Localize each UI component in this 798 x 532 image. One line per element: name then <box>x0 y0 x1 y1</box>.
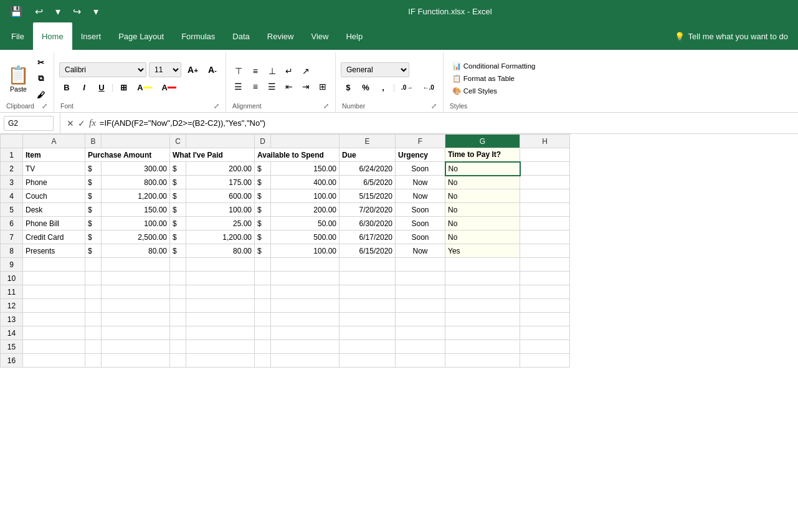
cell-empty-9-1[interactable] <box>85 258 102 272</box>
cell-C6[interactable]: 25.00 <box>186 217 255 230</box>
cell-G5[interactable]: No <box>445 203 520 217</box>
font-expand[interactable]: ⤢ <box>214 102 219 110</box>
cell-empty-11-10[interactable] <box>520 285 570 299</box>
cell-empty-13-8[interactable] <box>396 313 445 326</box>
cell-empty-12-8[interactable] <box>396 299 445 313</box>
col-header-C[interactable]: C <box>170 135 186 148</box>
wrap-text-button[interactable]: ↵ <box>282 64 297 78</box>
cell-F3[interactable]: Now <box>396 176 445 189</box>
conditional-formatting-button[interactable]: 📊 Conditional Formatting <box>449 60 539 72</box>
cell-row1-6[interactable]: Time to Pay It? <box>445 148 520 162</box>
cell-B-sign-3[interactable]: $ <box>85 176 102 189</box>
cell-empty-9-8[interactable] <box>396 258 445 272</box>
cell-C-sign-7[interactable]: $ <box>170 230 186 244</box>
increase-font-button[interactable]: A+ <box>184 62 202 77</box>
dollar-button[interactable]: $ <box>341 80 356 95</box>
cell-reference-box[interactable]: G2 <box>4 116 54 131</box>
cell-empty-14-6[interactable] <box>271 326 340 340</box>
cell-empty-12-9[interactable] <box>445 299 520 313</box>
cell-D-sign-4[interactable]: $ <box>255 189 271 203</box>
search-label[interactable]: Tell me what you want to do <box>688 32 788 41</box>
more-button[interactable]: ▾ <box>90 4 102 19</box>
align-middle-button[interactable]: ≡ <box>248 64 263 78</box>
cell-B-sign-6[interactable]: $ <box>85 217 102 230</box>
cell-empty-16-2[interactable] <box>102 354 170 368</box>
cell-B2[interactable]: 300.00 <box>102 162 170 176</box>
cell-empty-16-6[interactable] <box>271 354 340 368</box>
cell-B-sign-2[interactable]: $ <box>85 162 102 176</box>
cell-empty-11-8[interactable] <box>396 285 445 299</box>
cell-C-sign-4[interactable]: $ <box>170 189 186 203</box>
cell-B5[interactable]: 150.00 <box>102 203 170 217</box>
cell-empty-14-7[interactable] <box>340 326 396 340</box>
cell-empty-15-5[interactable] <box>255 340 271 354</box>
col-header-B2[interactable] <box>102 135 170 148</box>
cell-D4[interactable]: 100.00 <box>271 189 340 203</box>
cell-empty-10-8[interactable] <box>396 272 445 285</box>
cell-D-sign-3[interactable]: $ <box>255 176 271 189</box>
underline-button[interactable]: U <box>94 80 109 95</box>
cell-empty-14-3[interactable] <box>170 326 186 340</box>
cell-C-sign-2[interactable]: $ <box>170 162 186 176</box>
alignment-expand[interactable]: ⤢ <box>323 102 329 110</box>
cell-empty-9-4[interactable] <box>186 258 255 272</box>
cell-C-sign-3[interactable]: $ <box>170 176 186 189</box>
cell-D7[interactable]: 500.00 <box>271 230 340 244</box>
cell-empty-11-0[interactable] <box>23 285 85 299</box>
cell-F4[interactable]: Now <box>396 189 445 203</box>
cell-D-sign-7[interactable]: $ <box>255 230 271 244</box>
cell-empty-10-10[interactable] <box>520 272 570 285</box>
cell-empty-12-2[interactable] <box>102 299 170 313</box>
cell-E4[interactable]: 5/15/2020 <box>340 189 396 203</box>
cell-empty-16-3[interactable] <box>170 354 186 368</box>
cell-empty-13-0[interactable] <box>23 313 85 326</box>
cell-empty-16-8[interactable] <box>396 354 445 368</box>
cell-empty-15-3[interactable] <box>170 340 186 354</box>
dec-decrease-button[interactable]: ←.0 <box>419 80 437 95</box>
cell-D6[interactable]: 50.00 <box>271 217 340 230</box>
col-header-G[interactable]: G <box>445 135 520 148</box>
cell-row1-5[interactable]: Urgency <box>396 148 445 162</box>
cell-empty-16-4[interactable] <box>186 354 255 368</box>
cell-empty-15-10[interactable] <box>520 340 570 354</box>
cell-E2[interactable]: 6/24/2020 <box>340 162 396 176</box>
merge-center-button[interactable]: ⊞ <box>315 80 330 93</box>
cell-D-sign-8[interactable]: $ <box>255 244 271 258</box>
cell-H7[interactable] <box>520 230 570 244</box>
cell-empty-16-10[interactable] <box>520 354 570 368</box>
cell-empty-13-4[interactable] <box>186 313 255 326</box>
cell-empty-15-4[interactable] <box>186 340 255 354</box>
cell-empty-9-7[interactable] <box>340 258 396 272</box>
row-header-11[interactable]: 11 <box>1 285 23 299</box>
row-header-4[interactable]: 4 <box>1 189 23 203</box>
cell-empty-10-4[interactable] <box>186 272 255 285</box>
row-header-3[interactable]: 3 <box>1 176 23 189</box>
cell-row1-0[interactable]: Item <box>23 148 85 162</box>
cell-empty-14-5[interactable] <box>255 326 271 340</box>
cell-empty-12-5[interactable] <box>255 299 271 313</box>
cell-B6[interactable]: 100.00 <box>102 217 170 230</box>
menu-page-layout[interactable]: Page Layout <box>110 22 173 50</box>
cut-button[interactable]: ✂ <box>33 55 49 70</box>
cell-D-sign-5[interactable]: $ <box>255 203 271 217</box>
cell-B4[interactable]: 1,200.00 <box>102 189 170 203</box>
cell-empty-13-10[interactable] <box>520 313 570 326</box>
number-format-select[interactable]: General <box>341 62 409 77</box>
row-header-12[interactable]: 12 <box>1 299 23 313</box>
cell-empty-14-4[interactable] <box>186 326 255 340</box>
cell-empty-15-7[interactable] <box>340 340 396 354</box>
row-header-15[interactable]: 15 <box>1 340 23 354</box>
spreadsheet-container[interactable]: ABCDEFGH1ItemPurchase AmountWhat I've Pa… <box>0 134 798 532</box>
row-header-13[interactable]: 13 <box>1 313 23 326</box>
cell-G8[interactable]: Yes <box>445 244 520 258</box>
cell-A5[interactable]: Desk <box>23 203 85 217</box>
cell-empty-14-0[interactable] <box>23 326 85 340</box>
align-center-button[interactable]: ≡ <box>248 80 263 93</box>
format-painter-button[interactable]: 🖌 <box>33 87 49 102</box>
cell-row1-2[interactable]: What I've Paid <box>170 148 255 162</box>
cell-A6[interactable]: Phone Bill <box>23 217 85 230</box>
menu-help[interactable]: Help <box>337 22 371 50</box>
formula-confirm-button[interactable]: ✓ <box>78 118 85 128</box>
cell-empty-14-9[interactable] <box>445 326 520 340</box>
row-header-16[interactable]: 16 <box>1 354 23 368</box>
